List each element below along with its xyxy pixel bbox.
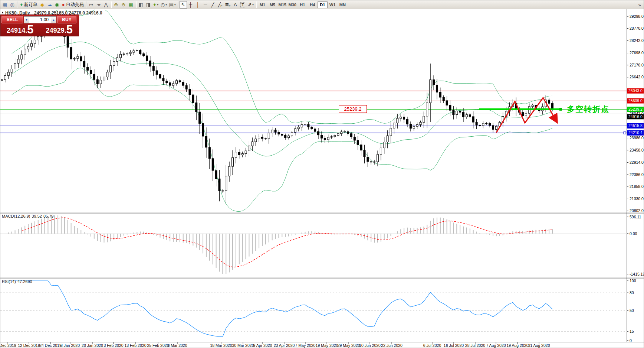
timeframe-mn[interactable]: MN <box>338 1 348 8</box>
autotrading-button[interactable]: ●自动交易 <box>61 1 85 9</box>
svg-text:0: 0 <box>630 338 632 343</box>
profiles-button[interactable]: ◎ <box>9 1 16 9</box>
new-chart-button[interactable]: ▦ <box>1 1 9 9</box>
text-button[interactable]: A <box>231 1 239 9</box>
toolbar-separator <box>86 1 86 8</box>
svg-text:19 Aug 2020: 19 Aug 2020 <box>507 343 529 348</box>
svg-text:16 Jul 2020: 16 Jul 2020 <box>444 343 464 348</box>
svg-text:100: 100 <box>630 279 636 283</box>
svg-text:50: 50 <box>630 308 634 313</box>
toolbar: ▦◎+新订单◆☁◉●自动交易↦↠⋀⊕⊖▦◧◨+▾◷▾▤▾↖┼│─╱╱E≣FAT⇗… <box>0 0 644 9</box>
sell-button[interactable]: SELL <box>1 16 23 23</box>
one-click-trade-panel: SELL ▼ ▲ BUY 24914.5 24929.5 <box>0 14 79 36</box>
signals-button[interactable]: ◉ <box>53 1 61 9</box>
chart-mode-button[interactable]: ⋀ <box>102 1 110 9</box>
svg-text:9 Apr 2020: 9 Apr 2020 <box>253 343 272 348</box>
market-button[interactable]: ☁ <box>46 1 53 9</box>
volume-down-spinner[interactable]: ▼ <box>24 16 29 23</box>
new-order-button[interactable]: +新订单 <box>19 1 39 9</box>
timeframe-m1[interactable]: M1 <box>257 1 267 8</box>
sell-price: 24914.5 <box>1 24 40 36</box>
svg-text:30 Mar 2020: 30 Mar 2020 <box>232 343 254 348</box>
chart-shift-button[interactable]: ↦ <box>88 1 95 9</box>
signals-icon: ◉ <box>55 2 59 7</box>
vertical-line-icon: │ <box>197 2 200 7</box>
metaeditor-button[interactable]: ◆ <box>39 1 46 9</box>
svg-text:28770.0: 28770.0 <box>630 26 644 30</box>
templates-icon: ▤ <box>169 2 174 7</box>
arrange-right-icon: ◨ <box>146 2 150 7</box>
market-icon: ☁ <box>47 2 52 7</box>
horizontal-line-button[interactable]: ─ <box>202 1 209 9</box>
rsi-name: RSI(14) <box>2 279 16 284</box>
horizontal-line-icon: ─ <box>204 2 207 7</box>
volume-input[interactable] <box>29 16 51 23</box>
arrange-right-button[interactable]: ◨ <box>145 1 152 9</box>
buy-button[interactable]: BUY <box>57 16 76 23</box>
fibonacci-button[interactable]: ≣F <box>224 1 232 9</box>
text-label-button[interactable]: T <box>239 1 246 9</box>
cursor-icon: ↖ <box>181 2 185 7</box>
timeframe-m30[interactable]: M30 <box>288 1 298 8</box>
periods-button[interactable]: ◷▾ <box>160 1 168 9</box>
chart-canvas[interactable]: 29298.028770.028242.027698.027170.026642… <box>0 0 644 348</box>
svg-text:23986.0: 23986.0 <box>630 136 644 140</box>
equidistant-channel-button[interactable]: ╱E <box>217 1 224 9</box>
timeframe-h1[interactable]: H1 <box>298 1 308 8</box>
timeframe-h4[interactable]: H4 <box>308 1 318 8</box>
svg-text:22 Jun 2020: 22 Jun 2020 <box>381 343 402 348</box>
autotrading-label: 自动交易 <box>66 1 84 8</box>
text-icon: A <box>234 2 237 7</box>
templates-caret-icon: ▾ <box>174 3 176 6</box>
svg-text:18 Mar 2020: 18 Mar 2020 <box>210 343 232 348</box>
price-annotation-box[interactable]: 25239.2 <box>339 105 367 113</box>
auto-scroll-icon: ↠ <box>96 2 101 7</box>
toolbar-separator <box>136 1 136 8</box>
auto-scroll-button[interactable]: ↠ <box>95 1 102 9</box>
arrange-left-icon: ◧ <box>138 2 143 7</box>
indicators-button[interactable]: +▾ <box>152 1 160 9</box>
overflow-icon: » <box>638 2 641 8</box>
svg-text:21330.0: 21330.0 <box>630 196 644 201</box>
fibonacci-sub-label: F <box>229 4 230 8</box>
zoom-out-icon: ⊖ <box>121 2 125 7</box>
macd-signal-value: 85.79 <box>43 214 54 218</box>
zoom-in-button[interactable]: ⊕ <box>112 1 120 9</box>
zoom-out-button[interactable]: ⊖ <box>120 1 127 9</box>
vertical-line-button[interactable]: │ <box>194 1 202 9</box>
timeframe-d1[interactable]: D1 <box>318 1 328 8</box>
svg-text:26642.0: 26642.0 <box>630 75 644 79</box>
toolbar-overflow-button[interactable]: » <box>636 1 643 9</box>
svg-text:24210.4: 24210.4 <box>628 130 643 135</box>
trade-panel-prices: 24914.5 24929.5 <box>1 24 79 36</box>
macd-name: MACD(12,26,9) <box>2 214 30 218</box>
cursor-button[interactable]: ↖ <box>180 1 187 9</box>
svg-text:6 Mar 2020: 6 Mar 2020 <box>167 343 187 348</box>
trade-panel-top-row: SELL ▼ ▲ BUY <box>1 15 79 24</box>
arrange-left-button[interactable]: ◧ <box>137 1 145 9</box>
tile-windows-button[interactable]: ▦ <box>127 1 135 9</box>
svg-text:25 Feb 2020: 25 Feb 2020 <box>147 343 169 348</box>
buy-price-main: 24929. <box>46 26 66 35</box>
indicators-icon: + <box>153 1 157 8</box>
shapes-icon: ⇗ <box>247 2 252 7</box>
svg-text:20 Jan 2020: 20 Jan 2020 <box>82 343 103 348</box>
timeframe-m5[interactable]: M5 <box>267 1 277 8</box>
rsi-value: 47.2690 <box>17 279 32 284</box>
svg-text:25239.2: 25239.2 <box>628 107 643 111</box>
svg-text:Dec 2019: Dec 2019 <box>0 343 16 348</box>
svg-text:3 Feb 2020: 3 Feb 2020 <box>104 343 123 348</box>
indicators-caret-icon: ▾ <box>157 3 158 6</box>
crosshair-button[interactable]: ┼ <box>187 1 194 9</box>
volume-up-spinner[interactable]: ▲ <box>51 16 56 23</box>
templates-button[interactable]: ▤▾ <box>168 1 177 9</box>
shapes-button[interactable]: ⇗▾ <box>246 1 254 9</box>
timeframe-w1[interactable]: W1 <box>328 1 338 8</box>
timeframe-m15[interactable]: M15 <box>277 1 288 8</box>
trendline-button[interactable]: ╱ <box>209 1 217 9</box>
mt4-window: ▦◎+新订单◆☁◉●自动交易↦↠⋀⊕⊖▦◧◨+▾◷▾▤▾↖┼│─╱╱E≣FAT⇗… <box>0 0 644 348</box>
toolbar-separator <box>17 1 17 8</box>
svg-text:27170.0: 27170.0 <box>630 63 644 67</box>
tile-windows-icon: ▦ <box>128 2 133 7</box>
trendline-icon: ╱ <box>211 2 214 7</box>
